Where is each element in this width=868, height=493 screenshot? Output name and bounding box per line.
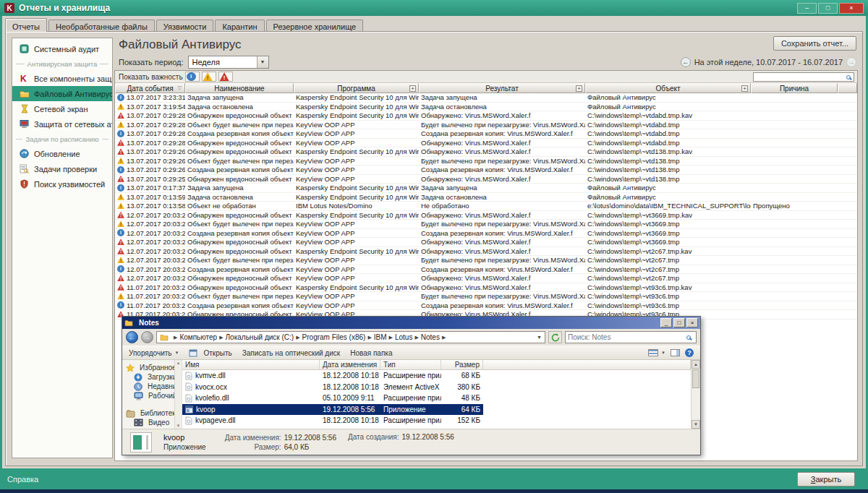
table-row[interactable]: i13.07.2017 3:23:31Задача запущенаKasper…: [115, 93, 857, 103]
table-row[interactable]: !12.07.2017 20:03:25Обнаружен вредоносны…: [115, 211, 857, 220]
nav-item-downloads[interactable]: Загрузки: [126, 372, 174, 382]
table-row[interactable]: i13.07.2017 0:29:26Создана резервная коп…: [115, 166, 857, 175]
table-row[interactable]: !13.07.2017 0:29:26Объект будет вылечен …: [115, 157, 857, 166]
navigation-scrollbar[interactable]: ▲ ▼: [174, 360, 182, 429]
back-button[interactable]: ←: [126, 331, 138, 343]
file-row[interactable]: kvmve.dll18.12.2008 10:18Расширение прил…: [182, 370, 483, 382]
table-row[interactable]: i12.07.2017 20:03:25Создана резервная ко…: [115, 229, 857, 239]
nav-item-star[interactable]: Избранное: [126, 363, 174, 372]
open-button[interactable]: Открыть: [189, 349, 231, 357]
table-row[interactable]: !13.07.2017 0:13:59Задача остановленаKas…: [115, 193, 857, 202]
column-header[interactable]: Дата события▽: [115, 83, 185, 93]
nav-item-libraries[interactable]: Библиотеки: [126, 408, 174, 418]
table-row[interactable]: i12.07.2017 20:03:23Создана резервная ко…: [115, 265, 857, 275]
sidebar-item[interactable]: Файловый Антивирус: [12, 86, 112, 101]
burn-button[interactable]: Записать на оптический диск: [242, 349, 340, 357]
file-column-header[interactable]: Дата изменения: [320, 360, 380, 370]
column-header[interactable]: Объект+: [585, 83, 751, 93]
previous-week-button[interactable]: ←: [681, 57, 691, 67]
maximize-button[interactable]: □: [818, 3, 838, 14]
table-row[interactable]: !12.07.2017 20:03:25Обнаружен вредоносны…: [115, 238, 857, 247]
table-row[interactable]: i13.07.2017 0:17:37Задача запущенаKasper…: [115, 184, 857, 193]
close-dialog-button[interactable]: Закрыть: [797, 472, 855, 486]
table-row[interactable]: !13.07.2017 0:13:58Объект не обработанIB…: [115, 202, 857, 211]
scroll-thumb[interactable]: [692, 369, 699, 388]
nav-item-desktop[interactable]: Рабочий стол: [126, 391, 174, 400]
scroll-down-button[interactable]: ▼: [692, 420, 700, 429]
sidebar-item[interactable]: Задачи проверки: [12, 161, 112, 176]
column-options-icon[interactable]: +: [409, 85, 416, 92]
sidebar-item[interactable]: Сетевой экран: [12, 101, 112, 116]
sidebar-item[interactable]: KВсе компоненты защиты: [12, 71, 112, 86]
tab-1[interactable]: Отчеты: [5, 18, 47, 32]
table-row[interactable]: !11.07.2017 20:03:24Объект будет вылечен…: [115, 292, 857, 301]
tab-2[interactable]: Необработанные файлы: [48, 20, 155, 32]
help-link[interactable]: Справка: [7, 475, 38, 484]
minimize-button[interactable]: –: [797, 3, 817, 14]
search-input[interactable]: [754, 74, 845, 81]
close-icon[interactable]: ×: [839, 3, 864, 14]
column-options-icon[interactable]: +: [741, 85, 748, 92]
address-bar[interactable]: ▶Компьютер▶Локальный диск (C:)▶Program F…: [156, 331, 545, 343]
file-row[interactable]: kvoop19.12.2008 5:56Приложение64 КБ: [182, 404, 483, 416]
explorer-search-field[interactable]: Поиск: Notes: [565, 331, 697, 343]
nav-item-recent[interactable]: Недавние места: [126, 382, 174, 391]
nav-item-video[interactable]: Видео: [126, 418, 174, 427]
explorer-minimize-button[interactable]: _: [660, 318, 672, 327]
period-select[interactable]: Неделя ▼: [188, 56, 269, 69]
tab-3[interactable]: Уязвимости: [156, 20, 214, 32]
file-column-header[interactable]: Тип: [380, 360, 441, 370]
breadcrumb-segment[interactable]: Notes: [421, 333, 440, 341]
scroll-down-icon[interactable]: ▼: [176, 424, 181, 428]
table-row[interactable]: !13.07.2017 0:29:28Объект будет вылечен …: [115, 121, 857, 130]
address-dropdown-icon[interactable]: ▼: [537, 335, 542, 340]
refresh-button[interactable]: [548, 331, 562, 343]
table-row[interactable]: !12.07.2017 20:03:23Обнаружен вредоносны…: [115, 247, 857, 257]
severity-info-toggle[interactable]: i: [185, 72, 200, 82]
file-row[interactable]: kvolefio.dll05.10.2009 9:11Расширение пр…: [182, 393, 483, 404]
preview-pane-icon[interactable]: [671, 349, 680, 356]
table-row[interactable]: !13.07.2017 0:29:28Обнаружен вредоносный…: [115, 139, 857, 148]
tab-4[interactable]: Карантин: [215, 20, 264, 32]
save-report-button[interactable]: Сохранить отчет...: [773, 36, 856, 51]
file-list-scrollbar[interactable]: ▲ ▼: [691, 360, 700, 429]
explorer-close-icon[interactable]: ×: [686, 318, 698, 327]
scroll-up-icon[interactable]: ▲: [176, 361, 181, 365]
sidebar-item[interactable]: Защита от сетевых атак: [12, 116, 112, 132]
change-view-button[interactable]: ▼: [648, 349, 665, 356]
column-options-icon[interactable]: +: [576, 85, 582, 92]
breadcrumb-segment[interactable]: Компьютер: [179, 333, 217, 341]
column-header[interactable]: Причина: [751, 83, 838, 93]
help-icon[interactable]: ?: [685, 348, 694, 357]
file-column-header[interactable]: Размер: [441, 360, 483, 370]
table-row[interactable]: i13.07.2017 0:29:28Создана резервная коп…: [115, 129, 857, 139]
new-folder-button[interactable]: Новая папка: [350, 349, 392, 357]
table-row[interactable]: !12.07.2017 20:03:25Объект будет вылечен…: [115, 220, 857, 229]
severity-critical-toggle[interactable]: !: [218, 72, 233, 82]
file-row[interactable]: kvpageve.dll18.12.2008 10:18Расширение п…: [182, 415, 483, 426]
table-row[interactable]: !12.07.2017 20:03:23Объект будет вылечен…: [115, 256, 857, 265]
column-header[interactable]: Результат+: [419, 83, 585, 93]
report-search-field[interactable]: [753, 72, 854, 82]
table-row[interactable]: !13.07.2017 0:29:28Обнаружен вредоносный…: [115, 111, 857, 121]
file-row[interactable]: kvocx.ocx18.12.2008 10:18Элемент ActiveX…: [182, 382, 483, 393]
explorer-maximize-button[interactable]: □: [673, 318, 685, 327]
table-row[interactable]: !13.07.2017 3:19:54Задача остановленаKas…: [115, 103, 857, 112]
table-row[interactable]: !11.07.2017 20:03:24Обнаружен вредоносны…: [115, 283, 857, 293]
column-header[interactable]: Программа+: [294, 83, 419, 93]
breadcrumb-segment[interactable]: Program Files (x86): [302, 333, 366, 341]
breadcrumb-segment[interactable]: IBM: [374, 333, 387, 341]
organize-menu[interactable]: Упорядочить▼: [129, 349, 179, 357]
next-week-button[interactable]: →: [846, 57, 856, 67]
sidebar-item[interactable]: Поиск уязвимостей: [12, 176, 112, 192]
sidebar-item[interactable]: Обновление: [12, 146, 112, 161]
sidebar-item[interactable]: Системный аудит: [12, 41, 112, 56]
file-column-header[interactable]: Имя ▴: [182, 360, 320, 370]
breadcrumb-segment[interactable]: Lotus: [395, 333, 412, 341]
table-row[interactable]: !12.07.2017 20:03:22Обнаружен вредоносны…: [115, 274, 857, 283]
table-row[interactable]: !13.07.2017 0:29:25Обнаружен вредоносный…: [115, 175, 857, 184]
tab-5[interactable]: Резервное хранилище: [266, 20, 364, 32]
explorer-titlebar[interactable]: Notes _ □ ×: [122, 317, 700, 329]
forward-button[interactable]: →: [141, 331, 153, 343]
column-header[interactable]: Наименование: [185, 83, 294, 93]
